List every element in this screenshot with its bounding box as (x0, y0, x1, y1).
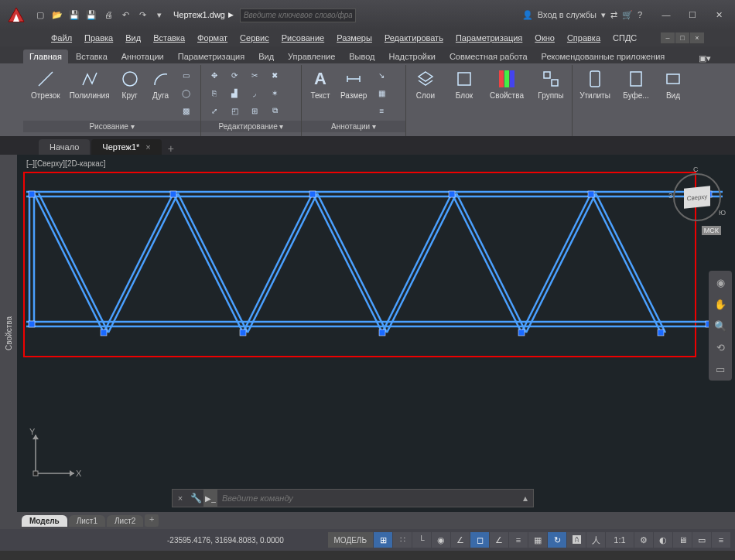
ribbon-tab-featured[interactable]: Рекомендованные приложения (535, 50, 672, 63)
nav-pan-icon[interactable]: ✋ (712, 295, 729, 312)
signin-icon[interactable]: 👤 (522, 10, 533, 20)
command-line[interactable]: × 🔧 ▶_ ▴ (172, 489, 534, 507)
saveas-icon[interactable]: 💾 (84, 7, 99, 22)
help-icon[interactable]: ? (638, 10, 642, 19)
command-input[interactable] (217, 490, 518, 507)
ribbon-tab-view[interactable]: Вид (252, 50, 280, 63)
menu-format[interactable]: Формат (193, 32, 232, 44)
panel-draw-title[interactable]: Рисование ▾ (23, 121, 200, 132)
cmd-array-icon[interactable]: ⊞ (246, 102, 263, 119)
status-transparency-icon[interactable]: ▦ (528, 532, 547, 548)
menu-help[interactable]: Справка (562, 32, 605, 44)
nav-orbit-icon[interactable]: ⟲ (712, 339, 729, 356)
cmd-stretch-icon[interactable]: ⤢ (206, 102, 223, 119)
cmd-mirror-icon[interactable]: ▟ (226, 84, 243, 101)
signin-dropdown-icon[interactable]: ▾ (601, 10, 606, 20)
cmd-rotate-icon[interactable]: ⟳ (226, 67, 243, 84)
menu-spds[interactable]: СПДС (608, 32, 641, 44)
app-logo[interactable] (3, 3, 29, 26)
qat-more-icon[interactable]: ▾ (152, 7, 167, 22)
cmd-clip[interactable]: Буфе... (622, 67, 650, 101)
ribbon-tab-collab[interactable]: Совместная работа (443, 50, 534, 63)
cmd-groups[interactable]: Группы (535, 67, 567, 101)
cmd-ellipse-icon[interactable]: ◯ (178, 84, 195, 101)
status-snap-icon[interactable]: ∷ (393, 532, 412, 548)
nav-zoom-icon[interactable]: 🔍 (712, 317, 729, 334)
status-grid-icon[interactable]: ⊞ (374, 532, 392, 548)
maximize-button[interactable]: ☐ (679, 5, 706, 24)
cmd-erase-icon[interactable]: ✖ (266, 67, 283, 84)
cmdline-config-icon[interactable]: 🔧 (188, 493, 203, 504)
cmdline-prompt-icon[interactable]: ▶_ (203, 490, 217, 507)
cmd-copy-icon[interactable]: ⎘ (206, 84, 223, 101)
status-osnap-icon[interactable]: ◻ (470, 532, 489, 548)
menu-param[interactable]: Параметризация (451, 32, 527, 44)
ribbon-fold-icon[interactable]: ▣▾ (698, 53, 712, 63)
cmd-props[interactable]: Свойства (488, 67, 525, 101)
properties-palette-bar[interactable]: Свойства (0, 155, 17, 512)
coordinates-readout[interactable]: -23595.4176, 31694.8083, 0.0000 (167, 536, 284, 545)
status-lwt-icon[interactable]: ≡ (509, 532, 528, 548)
exchange-icon[interactable]: ⇄ (610, 10, 617, 20)
new-icon[interactable]: ▢ (32, 7, 48, 22)
cmd-table-icon[interactable]: ▦ (373, 84, 390, 101)
status-gear-icon[interactable]: ⚙ (634, 532, 653, 548)
undo-icon[interactable]: ↶ (118, 7, 133, 22)
cube-top-face[interactable]: Сверху (684, 186, 710, 209)
layout-tab-sheet1[interactable]: Лист1 (69, 515, 105, 527)
mdi-close-icon[interactable]: × (690, 32, 704, 43)
status-scale[interactable]: 1:1 (606, 532, 634, 548)
status-polar-icon[interactable]: ◉ (432, 532, 450, 548)
cmd-hatch-icon[interactable]: ▩ (178, 102, 195, 119)
cmd-offset-icon[interactable]: ⧉ (266, 102, 283, 119)
status-annoscale-icon[interactable]: 🅰 (567, 532, 586, 548)
status-cycle-icon[interactable]: ↻ (548, 532, 566, 548)
status-annovis-icon[interactable]: 人 (586, 532, 605, 548)
drawing-canvas[interactable]: [–][Сверху][2D-каркас] (17, 155, 735, 512)
close-button[interactable]: ✕ (706, 5, 732, 24)
drawing-tab-start[interactable]: Начало (39, 139, 90, 155)
menu-file[interactable]: Файл (46, 32, 77, 44)
cmd-trim-icon[interactable]: ✂ (246, 67, 263, 84)
cmd-mtext-icon[interactable]: ≡ (373, 102, 390, 119)
ribbon-tab-addins[interactable]: Надстройки (383, 50, 442, 63)
signin-label[interactable]: Вход в службы (538, 10, 597, 19)
cmd-layers[interactable]: Слои (411, 67, 440, 101)
cmd-move-icon[interactable]: ✥ (206, 67, 223, 84)
panel-modify-title[interactable]: Редактирование ▾ (201, 121, 301, 132)
ribbon-tab-param[interactable]: Параметризация (172, 50, 251, 63)
view-cube[interactable]: С З Ю Сверху МСК (673, 173, 721, 221)
nav-wheel-icon[interactable]: ◉ (712, 274, 729, 291)
ribbon-tab-manage[interactable]: Управление (282, 50, 341, 63)
ribbon-tab-annot[interactable]: Аннотации (115, 50, 170, 63)
plot-icon[interactable]: 🖨 (101, 7, 116, 22)
status-custom-icon[interactable]: ≡ (712, 532, 730, 548)
cmd-circle[interactable]: Круг (116, 67, 144, 119)
search-input[interactable] (240, 9, 356, 22)
menu-modify[interactable]: Редактировать (380, 32, 448, 44)
wcs-label[interactable]: МСК (702, 226, 721, 235)
panel-annot-title[interactable]: Аннотации ▾ (302, 121, 405, 132)
menu-draw[interactable]: Рисование (277, 32, 329, 44)
cmd-line[interactable]: Отрезок (28, 67, 63, 119)
menu-tools[interactable]: Сервис (235, 32, 274, 44)
ribbon-tab-insert[interactable]: Вставка (70, 50, 114, 63)
menu-insert[interactable]: Вставка (149, 32, 190, 44)
cmd-text[interactable]: AТекст (306, 67, 334, 119)
menu-edit[interactable]: Правка (80, 32, 118, 44)
viewport-label[interactable]: [–][Сверху][2D-каркас] (26, 159, 106, 168)
menu-view[interactable]: Вид (121, 32, 145, 44)
cmd-scale-icon[interactable]: ◰ (226, 102, 243, 119)
status-clean-icon[interactable]: ▭ (692, 532, 711, 548)
menu-dims[interactable]: Размеры (332, 32, 377, 44)
mdi-min-icon[interactable]: – (661, 32, 675, 43)
new-drawing-tab[interactable]: + (163, 142, 179, 155)
ribbon-tab-home[interactable]: Главная (23, 50, 68, 63)
cmd-explode-icon[interactable]: ✶ (266, 84, 283, 101)
open-icon[interactable]: 📂 (50, 7, 65, 22)
cmd-utils[interactable]: Утилиты (577, 67, 613, 101)
add-layout-button[interactable]: + (145, 514, 159, 527)
status-monitor-icon[interactable]: 🖥 (673, 532, 692, 548)
mdi-max-icon[interactable]: □ (675, 32, 689, 43)
menu-window[interactable]: Окно (530, 32, 559, 44)
